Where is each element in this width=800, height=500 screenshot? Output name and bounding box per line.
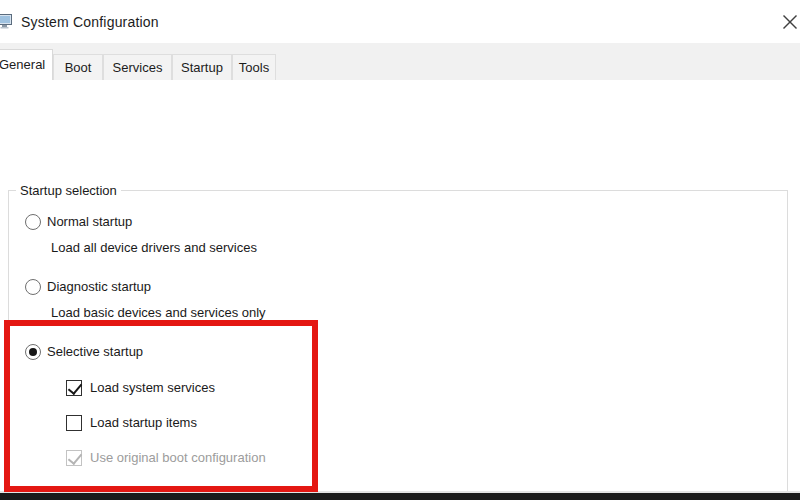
tab-startup[interactable]: Startup <box>172 54 232 80</box>
checkbox-label-load-system-services: Load system services <box>90 380 215 395</box>
radio-row-diagnostic-startup[interactable]: Diagnostic startup <box>25 278 151 295</box>
tab-tools[interactable]: Tools <box>232 54 276 80</box>
general-tab-panel: Startup selection Normal startup Load al… <box>0 80 800 490</box>
checkbox-label-use-original-boot-configuration: Use original boot configuration <box>90 450 266 465</box>
window-title: System Configuration <box>21 14 159 30</box>
tab-boot[interactable]: Boot <box>53 54 103 80</box>
checkbox-label-load-startup-items: Load startup items <box>90 415 197 430</box>
startup-selection-group-label: Startup selection <box>16 183 121 198</box>
radio-label-selective-startup: Selective startup <box>47 344 143 359</box>
system-configuration-window: System Configuration General Boot Servic… <box>0 0 800 500</box>
description-diagnostic-startup: Load basic devices and services only <box>51 305 266 320</box>
radio-button-icon[interactable] <box>25 279 41 295</box>
description-normal-startup: Load all device drivers and services <box>51 240 257 255</box>
checkbox-row-load-startup-items[interactable]: Load startup items <box>66 414 197 431</box>
checkbox-icon[interactable] <box>66 415 82 431</box>
titlebar: System Configuration <box>0 0 800 43</box>
tab-services[interactable]: Services <box>103 54 172 80</box>
radio-row-selective-startup[interactable]: Selective startup <box>25 343 143 360</box>
tab-bar: General Boot Services Startup Tools <box>0 43 800 80</box>
radio-label-diagnostic-startup: Diagnostic startup <box>47 279 151 294</box>
radio-button-icon[interactable] <box>25 214 41 230</box>
checkbox-row-load-system-services[interactable]: Load system services <box>66 379 215 396</box>
checkbox-icon <box>66 450 82 466</box>
radio-row-normal-startup[interactable]: Normal startup <box>25 213 132 230</box>
msconfig-app-icon <box>0 13 14 30</box>
close-button[interactable] <box>775 7 800 37</box>
close-icon <box>782 14 798 30</box>
radio-button-icon[interactable] <box>25 344 41 360</box>
checkbox-row-use-original-boot-configuration: Use original boot configuration <box>66 449 266 466</box>
bottom-edge-bar <box>0 493 800 500</box>
tab-general[interactable]: General <box>0 49 53 80</box>
radio-label-normal-startup: Normal startup <box>47 214 132 229</box>
checkbox-icon[interactable] <box>66 380 82 396</box>
